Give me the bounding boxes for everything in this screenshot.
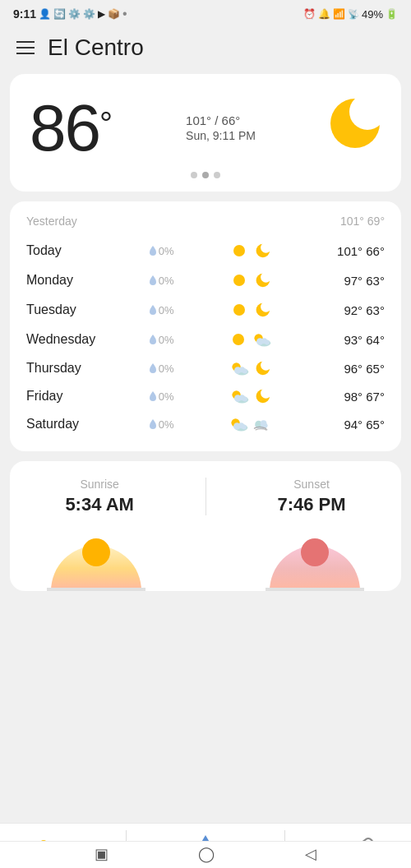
rain-drop-icon [149,275,157,286]
sun-art-section [30,525,381,591]
youtube-icon: ▶ [98,8,105,20]
forecast-temps: 96° 65° [311,362,385,376]
forecast-day-name: Friday [26,389,117,404]
forecast-temps: 92° 63° [311,303,385,317]
signal-icon: 📡 [348,9,359,20]
forecast-temps: 97° 63° [311,274,385,288]
forecast-icons [221,241,279,261]
rain-drop-icon [149,390,157,402]
forecast-temps: 101° 66° [311,244,385,258]
sunset-section: Sunset 7:46 PM [277,478,345,515]
current-weather-card: 86 ° 101° / 66° Sun, 9:11 PM [10,74,401,192]
datetime-display: Sun, 9:11 PM [186,129,256,142]
main-content: El Centro 86 ° 101° / 66° Sun, 9:11 PM [0,25,411,708]
battery-icon: 🔋 [386,8,398,20]
forecast-rows: Today 0% 101° 66° Monday 0% 97° 63° Tues… [26,236,385,438]
forecast-card: Yesterday 101° 69° Today 0% 101° 66° Mon… [10,201,401,451]
rain-drop-icon [149,304,157,316]
carousel-dots [30,172,381,178]
forecast-icons [221,270,279,290]
sunrise-section: Sunrise 5:34 AM [65,478,134,515]
degree-symbol: ° [99,105,113,142]
forecast-icons [221,300,279,320]
sunrise-label: Sunrise [80,478,118,491]
sun-card: Sunrise 5:34 AM Sunset 7:46 PM [10,461,401,591]
svg-point-21 [242,368,247,373]
forecast-precip: 0% [149,245,190,257]
back-button[interactable]: ◁ [305,845,316,863]
forecast-row: Friday 0% 98° 67° [26,382,385,410]
forecast-row: Today 0% 101° 66° [26,236,385,265]
rain-drop-icon [149,334,157,345]
sunset-circle [301,538,329,566]
wifi-icon: 📶 [333,8,345,20]
alarm-icon: ⏰ [303,8,316,20]
current-weather-icon [322,94,381,162]
forecast-day-name: Wednesday [26,332,117,347]
svg-point-2 [233,245,245,256]
weather-details: 101° / 66° Sun, 9:11 PM [186,113,256,142]
dot-3[interactable] [214,172,220,178]
sunset-horizon [266,588,364,591]
hi-lo-display: 101° / 66° [186,113,240,127]
forecast-temps: 98° 67° [311,390,385,404]
forecast-precip: 0% [149,275,190,287]
sunset-label: Sunset [293,478,330,491]
forecast-precip: 0% [149,390,190,403]
forecast-day-name: Today [26,243,117,258]
weather-main-row: 86 ° 101° / 66° Sun, 9:11 PM [30,94,381,162]
forecast-row: Thursday 0% 96° 65° [26,354,385,382]
settings-icon: ⚙️ [68,8,81,20]
rain-drop-icon [149,245,157,256]
forecast-icons [221,415,279,433]
forecast-row: Saturday 0% 94° 65° [26,410,385,438]
user-icon: 👤 [39,8,51,20]
system-nav: ▣ ◯ ◁ [0,841,411,868]
forecast-day-name: Saturday [26,417,117,432]
svg-point-11 [233,334,244,345]
forecast-icons [221,330,279,349]
svg-point-5 [233,275,245,286]
city-title: El Centro [48,35,144,61]
settings2-icon: ⚙️ [83,8,95,20]
rain-drop-icon [149,362,157,374]
forecast-precip: 0% [149,362,190,375]
sun-divider [206,478,206,515]
recent-apps-button[interactable]: ▣ [95,845,109,863]
forecast-precip: 0% [149,304,190,316]
forecast-icons [221,387,279,405]
svg-point-8 [233,304,245,316]
menu-button[interactable] [16,41,35,54]
yesterday-label: Yesterday [26,215,77,228]
dot-1[interactable] [191,172,197,178]
yesterday-temps: 101° 69° [340,215,385,228]
forecast-row: Tuesday 0% 92° 63° [26,295,385,325]
svg-point-35 [242,424,247,429]
svg-point-16 [265,339,270,344]
sunrise-art [47,533,145,591]
home-button[interactable]: ◯ [198,845,215,863]
temperature-section: 86 ° [30,95,113,161]
svg-point-28 [242,396,247,401]
dot-2[interactable] [202,172,209,178]
bell-icon: 🔔 [318,8,330,20]
forecast-precip: 0% [149,334,190,346]
status-left: 9:11 👤 🔄 ⚙️ ⚙️ ▶ 📦 • [13,7,127,21]
sunrise-circle [82,538,110,566]
forecast-row: Wednesday 0% 93° 64° [26,325,385,354]
forecast-day-name: Tuesday [26,302,117,317]
forecast-temps: 93° 64° [311,333,385,347]
forecast-icons [221,359,279,377]
forecast-day-name: Monday [26,273,117,288]
refresh-icon: 🔄 [53,8,66,20]
svg-point-38 [261,420,267,427]
box-icon: 📦 [108,8,120,20]
sunset-art [266,533,364,591]
status-right: ⏰ 🔔 📶 📡 49% 🔋 [303,8,398,21]
yesterday-row: Yesterday 101° 69° [26,215,385,228]
dot-icon: • [122,7,127,21]
moon-svg [322,94,381,153]
time: 9:11 [13,7,36,21]
app-header: El Centro [0,25,411,74]
battery-text: 49% [362,8,383,21]
